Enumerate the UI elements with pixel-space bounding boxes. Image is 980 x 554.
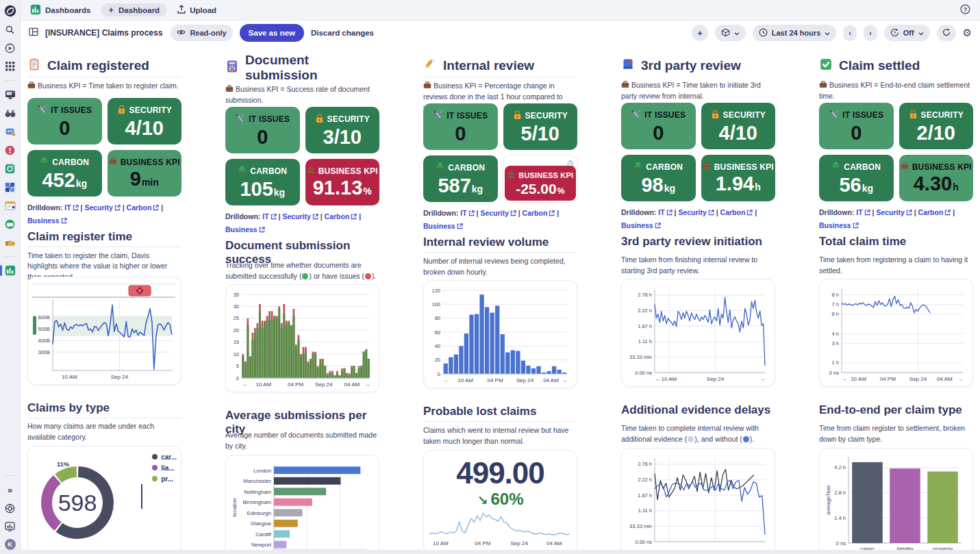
panel-chart-2[interactable]: 050100LondonManchesterNottinghamBirmingh…: [225, 455, 379, 554]
drilldown-link-security[interactable]: Security: [480, 209, 516, 217]
support-icon[interactable]: [4, 502, 16, 514]
svg-text:25: 25: [234, 316, 239, 322]
kpi-tile-it-issues[interactable]: IT ISSUES0: [621, 103, 696, 149]
analytics-icon[interactable]: [4, 520, 16, 533]
kpi-value-unit: kg: [862, 184, 873, 193]
drilldown-link-carbon[interactable]: Carbon: [918, 208, 951, 216]
kpi-tile-security[interactable]: SECURITY3/10: [305, 107, 380, 153]
drilldown-link-it[interactable]: IT: [856, 208, 870, 216]
drilldown-link-it[interactable]: IT: [460, 209, 474, 217]
drilldown-link-it[interactable]: IT: [262, 212, 276, 221]
kpi-tile-business-kpi[interactable]: BUSINESS KPI91.13%: [305, 159, 380, 205]
kpi-value-unit: %: [557, 187, 565, 195]
drilldown-link-carbon[interactable]: Carbon: [720, 208, 753, 216]
auto-refresh-dropdown[interactable]: Off: [884, 25, 930, 41]
kpi-tile-security[interactable]: SECURITY4/10: [701, 103, 776, 149]
explore-icon[interactable]: [4, 42, 16, 54]
drilldown-link-it[interactable]: IT: [658, 208, 672, 216]
panel-chart-1[interactable]: 02040608010012010 AM04 PMSep 2404 AM←→: [423, 280, 577, 388]
panel-chart-1[interactable]: 0510152025303510 AM04 PMSep 2404 AM←→: [225, 284, 379, 392]
add-panel-button[interactable]: +: [692, 25, 708, 41]
kpi-tile-business-kpi[interactable]: BUSINESS KPI-25.00%: [503, 155, 578, 202]
time-shift-forward-button[interactable]: ›: [864, 25, 877, 41]
panel-chart-1[interactable]: 600B500B400B300B10 AMSep 24: [27, 277, 181, 385]
panel-chart-2[interactable]: 11%598car...lia...pr...: [27, 446, 181, 554]
kpi-tile-it-issues[interactable]: IT ISSUES0: [819, 103, 894, 149]
process-subtitle-text: Business KPI = Time taken to initiate 3r…: [621, 81, 761, 100]
drilldown-link-security[interactable]: Security: [282, 212, 318, 221]
legend-item[interactable]: pr...: [152, 475, 177, 483]
panel-chart-1[interactable]: 8 h7 h6 h4 h3 h1 h0 ns10 AM04 PMSep 2404…: [819, 279, 973, 387]
legend-scrollbar[interactable]: [141, 484, 142, 509]
upload-button[interactable]: Upload: [177, 5, 216, 15]
save-as-new-button[interactable]: Save as new: [240, 24, 304, 42]
user-avatar[interactable]: K: [5, 539, 16, 550]
blocks-app-icon[interactable]: [4, 181, 16, 193]
panel-chart-2[interactable]: 2.78 h2.22 h1.67 h1.11 h33.33 min0.00 ns: [621, 448, 775, 554]
help-icon[interactable]: ?: [960, 4, 970, 16]
binoculars-app-icon[interactable]: [4, 107, 16, 119]
bottom-scrollbar[interactable]: [0, 550, 980, 554]
panel-chart-2[interactable]: 499.00↘60%10 AM04 PMSep 2404 AM: [423, 450, 577, 554]
legend-item[interactable]: lia...: [152, 464, 177, 472]
svg-text:0: 0: [236, 375, 239, 381]
time-range-picker[interactable]: Last 24 hours: [753, 25, 837, 41]
breadcrumb-dashboards[interactable]: Dashboards: [30, 4, 90, 16]
refresh-button[interactable]: [937, 25, 956, 41]
external-link-icon: [113, 203, 121, 212]
discard-changes-button[interactable]: Discard changes: [311, 29, 374, 37]
alert-app-icon[interactable]: [4, 144, 16, 156]
kpi-tile-business-kpi[interactable]: BUSINESS KPI4.30h: [899, 155, 974, 201]
apps-icon[interactable]: [4, 60, 16, 73]
drilldown-link-business[interactable]: Business: [225, 225, 265, 234]
tags-app-icon[interactable]: [4, 236, 16, 249]
sidebar-item-dashboards-active[interactable]: [4, 264, 16, 277]
drilldown-link-security[interactable]: Security: [84, 203, 120, 212]
kpi-tile-security[interactable]: SECURITY2/10: [899, 103, 974, 149]
panel-icon[interactable]: [29, 27, 38, 39]
kpi-tile-carbon[interactable]: CARBON105kg: [225, 159, 300, 205]
kpi-value: 587kg: [438, 176, 483, 196]
drilldown-link-business[interactable]: Business: [27, 216, 67, 225]
kpi-label: IT ISSUES: [249, 114, 290, 124]
top-navbar: Dashboards + Dashboard Upload ?: [21, 0, 980, 21]
camera-app-icon[interactable]: [4, 162, 16, 175]
legend-item[interactable]: car...: [152, 453, 177, 461]
kpi-tile-carbon[interactable]: CARBON56kg: [819, 155, 894, 201]
kpi-tile-carbon[interactable]: CARBON98kg: [621, 155, 696, 201]
time-shift-back-button[interactable]: ‹: [843, 25, 857, 41]
chat-app-icon[interactable]: [4, 218, 16, 230]
drilldown-link-carbon[interactable]: Carbon: [325, 212, 357, 221]
drilldown-link-business[interactable]: Business: [423, 222, 463, 230]
process-header: Internal review: [423, 58, 577, 74]
kpi-tile-business-kpi[interactable]: BUSINESS KPI1.94h: [701, 155, 776, 201]
monitor-app-icon[interactable]: [4, 88, 16, 101]
grafana-logo[interactable]: [4, 5, 16, 17]
drilldown-link-business[interactable]: Business: [819, 221, 859, 229]
readonly-badge: Read-only: [171, 25, 232, 41]
card-app-icon[interactable]: [4, 199, 16, 212]
panel-library-dropdown[interactable]: [715, 25, 746, 41]
kpi-tile-carbon[interactable]: CARBON452kg: [27, 150, 102, 197]
settings-gear-icon[interactable]: ⚙: [963, 27, 972, 39]
bot-app-icon[interactable]: [4, 125, 16, 138]
kpi-tile-security[interactable]: SECURITY5/10: [503, 103, 578, 150]
drilldown-link-business[interactable]: Business: [621, 221, 661, 229]
kpi-tile-it-issues[interactable]: IT ISSUES0: [225, 107, 300, 153]
drilldown-link-it[interactable]: IT: [64, 203, 78, 212]
tab-dashboard[interactable]: + Dashboard: [101, 3, 166, 16]
kpi-tile-carbon[interactable]: CARBON587kg: [423, 155, 498, 202]
drilldown-link-security[interactable]: Security: [678, 208, 714, 216]
kpi-tile-it-issues[interactable]: IT ISSUES0: [27, 98, 102, 144]
drilldown-link-carbon[interactable]: Carbon: [523, 209, 555, 217]
drilldown-link-carbon[interactable]: Carbon: [127, 203, 160, 212]
panel-chart-2[interactable]: 4.2 h2.8 h1.4 h0 nscargoliabilitypropert…: [819, 448, 973, 554]
kpi-tile-business-kpi[interactable]: BUSINESS KPI9min: [108, 150, 182, 197]
panel-chart-1[interactable]: 2.78 h2.22 h1.67 h1.11 h33.33 min0.00 ns…: [621, 279, 775, 387]
drilldown-link-security[interactable]: Security: [876, 208, 912, 216]
search-icon[interactable]: [4, 23, 16, 36]
expand-icon[interactable]: »: [4, 483, 16, 496]
donut-legend[interactable]: car...lia...pr...: [152, 453, 177, 483]
kpi-tile-it-issues[interactable]: IT ISSUES0: [423, 103, 498, 150]
kpi-tile-security[interactable]: SECURITY4/10: [108, 98, 182, 144]
